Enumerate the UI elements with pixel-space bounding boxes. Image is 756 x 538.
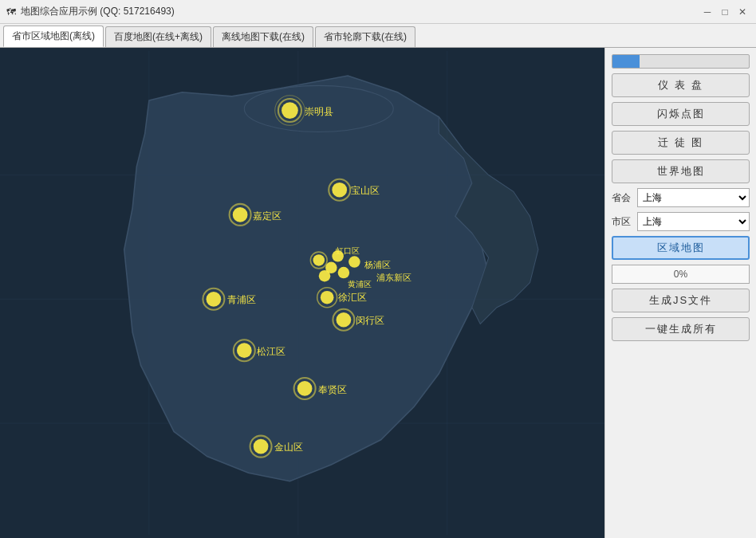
- svg-point-31: [337, 312, 352, 328]
- region-map-button[interactable]: 区域地图: [612, 236, 750, 260]
- svg-point-21: [338, 267, 350, 279]
- svg-point-34: [207, 292, 222, 307]
- svg-text:奉贤区: 奉贤区: [318, 384, 347, 395]
- top-progress-bar: [612, 54, 750, 69]
- title-bar-controls: ─ □ ✕: [700, 5, 750, 19]
- svg-text:黄浦区: 黄浦区: [348, 280, 372, 289]
- svg-point-14: [233, 207, 248, 222]
- city-select[interactable]: 上海 浦东新区 黄浦区 徐汇区: [637, 212, 750, 231]
- app-title: 地图综合应用示例 (QQ: 517216493): [21, 5, 175, 18]
- city-row: 市区 上海 浦东新区 黄浦区 徐汇区: [612, 212, 750, 231]
- svg-point-40: [297, 381, 313, 396]
- province-row: 省会 上海 北京 广东 江苏 浙江: [612, 188, 750, 207]
- svg-text:虹口区: 虹口区: [336, 246, 360, 255]
- progress-bar-fill: [612, 55, 640, 68]
- flash-map-button[interactable]: 闪烁点图: [612, 102, 750, 126]
- tab-outline-download[interactable]: 省市轮廓下载(在线): [315, 26, 415, 47]
- title-bar-left: 🗺 地图综合应用示例 (QQ: 517216493): [6, 5, 175, 18]
- province-label: 省会: [612, 191, 634, 205]
- tab-bar: 省市区域地图(离线) 百度地图(在线+离线) 离线地图下载(在线) 省市轮廓下载…: [0, 24, 756, 48]
- svg-text:松江区: 松江区: [257, 346, 285, 357]
- svg-text:闵行区: 闵行区: [356, 315, 384, 326]
- svg-text:浦东新区: 浦东新区: [376, 273, 411, 282]
- city-label: 市区: [612, 215, 634, 229]
- svg-point-11: [332, 183, 347, 198]
- map-area[interactable]: 崇明县 宝山区 嘉定区 杨浦区 浦东新区: [0, 48, 604, 538]
- maximize-button[interactable]: □: [718, 5, 732, 19]
- minimize-button[interactable]: ─: [700, 5, 715, 19]
- province-select[interactable]: 上海 北京 广东 江苏 浙江: [637, 188, 750, 207]
- tab-offline-download[interactable]: 离线地图下载(在线): [213, 26, 313, 47]
- tab-baidu-map[interactable]: 百度地图(在线+离线): [105, 26, 211, 47]
- gen-all-button[interactable]: 一键生成所有: [612, 317, 750, 341]
- svg-text:嘉定区: 嘉定区: [253, 210, 282, 222]
- progress-display: 0%: [612, 265, 750, 284]
- svg-point-37: [237, 343, 252, 358]
- svg-point-22: [348, 256, 360, 268]
- svg-point-7: [282, 102, 298, 119]
- svg-text:青浦区: 青浦区: [227, 294, 256, 305]
- svg-point-43: [254, 439, 269, 454]
- main-container: 崇明县 宝山区 嘉定区 杨浦区 浦东新区: [0, 48, 756, 538]
- svg-text:金山区: 金山区: [274, 442, 303, 453]
- svg-point-17: [313, 254, 325, 266]
- svg-text:徐汇区: 徐汇区: [338, 292, 367, 303]
- svg-text:崇明县: 崇明县: [305, 106, 333, 117]
- close-button[interactable]: ✕: [735, 5, 750, 19]
- svg-point-28: [321, 291, 334, 304]
- gen-js-button[interactable]: 生成JS文件: [612, 289, 750, 312]
- svg-text:杨浦区: 杨浦区: [364, 260, 391, 269]
- svg-point-23: [319, 270, 331, 282]
- right-panel: 仪 表 盘 闪烁点图 迁 徒 图 世界地图 省会 上海 北京 广东 江苏 浙江 …: [604, 48, 756, 538]
- tab-province-map[interactable]: 省市区域地图(离线): [3, 26, 104, 47]
- world-map-button[interactable]: 世界地图: [612, 159, 750, 183]
- dashboard-button[interactable]: 仪 表 盘: [612, 73, 750, 97]
- svg-text:宝山区: 宝山区: [351, 185, 380, 196]
- app-icon: 🗺: [6, 6, 16, 18]
- migration-map-button[interactable]: 迁 徒 图: [612, 131, 750, 155]
- title-bar: 🗺 地图综合应用示例 (QQ: 517216493) ─ □ ✕: [0, 0, 756, 24]
